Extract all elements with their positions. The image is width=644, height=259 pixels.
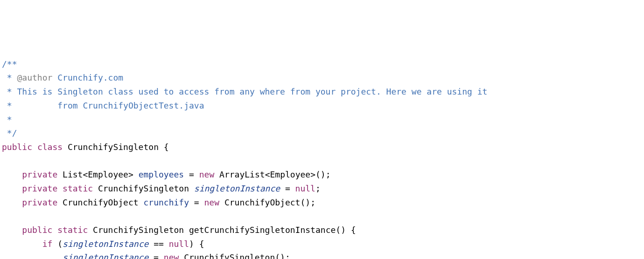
keyword-static: static [63,184,93,193]
keyword-new: new [199,170,215,179]
keyword-class: class [37,142,63,152]
comment-star: * [2,73,17,82]
field-singleton-instance: singletonInstance [63,252,148,259]
keyword-private: private [22,198,57,207]
type-singleton: CrunchifySingleton [98,184,189,193]
keyword-public: public [22,225,52,235]
keyword-if: if [42,239,53,249]
class-name: CrunchifySingleton [68,142,159,152]
brace-open: { [351,225,356,235]
type-employee: Employee [88,170,128,179]
keyword-null: null [295,184,315,193]
keyword-null: null [169,239,189,249]
comment-close: */ [2,128,17,138]
keyword-private: private [22,184,57,193]
comment-open: /** [2,59,17,69]
comment-text: from CrunchifyObjectTest.java [17,101,204,110]
keyword-private: private [22,170,57,179]
brace-open: { [199,239,204,249]
field-singleton-instance: singletonInstance [63,239,148,249]
keyword-new: new [204,198,220,207]
comment-star: * [2,87,17,96]
type-arraylist: ArrayList [219,170,265,179]
type-list: List [63,170,83,179]
brace-open: { [164,142,169,152]
field-crunchify: crunchify [143,198,189,207]
comment-star: * [2,101,17,110]
method-name: getCrunchifySingletonInstance [189,225,336,235]
javadoc-tag: @author [17,73,53,82]
return-type: CrunchifySingleton [93,225,184,235]
keyword-public: public [2,142,32,152]
comment-text: This is Singleton class used to access f… [17,87,488,96]
javadoc-value: Crunchify.com [52,73,123,82]
type-crunchifyobject: CrunchifyObject [63,198,139,207]
keyword-static: static [57,225,88,235]
code-editor[interactable]: /** * @author Crunchify.com * This is Si… [2,57,642,259]
field-singleton-instance: singletonInstance [194,184,280,193]
comment-star: * [2,115,12,124]
field-employees: employees [139,170,184,179]
keyword-new: new [164,252,179,259]
